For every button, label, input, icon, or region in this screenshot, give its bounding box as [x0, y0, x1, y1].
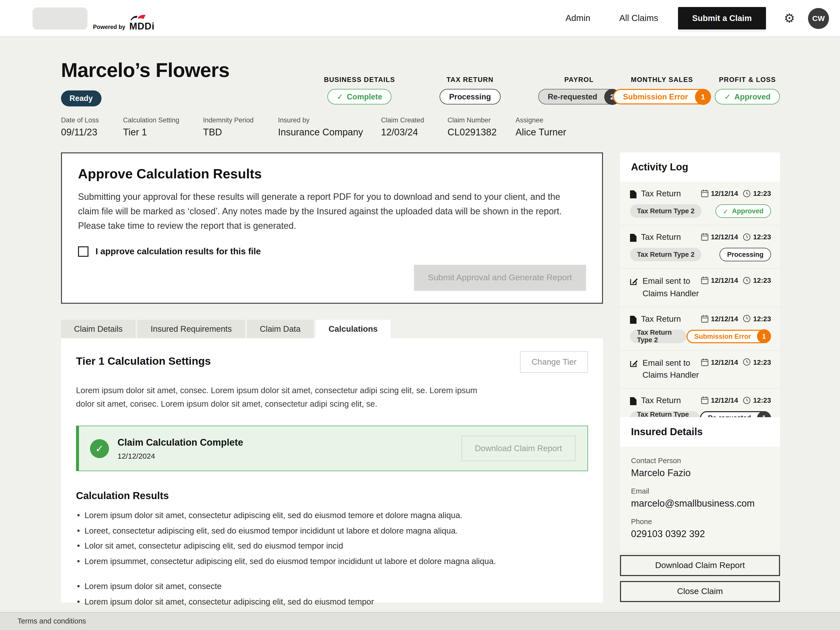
check-icon: ✓	[724, 92, 731, 101]
approve-results-card: Approve Calculation Results Submitting y…	[61, 153, 603, 304]
email-label: Email	[631, 487, 769, 495]
powered-by-brand: Powered by MDDi	[93, 14, 155, 31]
contact-person-label: Contact Person	[631, 457, 769, 465]
download-claim-report-button-banner[interactable]: Download Claim Report	[461, 436, 576, 461]
log-datetime: 12/12/14 12:23	[701, 396, 771, 404]
count-badge: 1	[695, 89, 711, 105]
status-badge-approved: ✓Approved	[715, 89, 780, 104]
change-tier-button[interactable]: Change Tier	[520, 351, 588, 373]
download-claim-report-button[interactable]: Download Claim Report	[620, 555, 780, 576]
success-check-icon: ✓	[90, 439, 109, 458]
clock-icon	[743, 315, 750, 322]
submit-approval-button[interactable]: Submit Approval and Generate Report	[414, 265, 586, 291]
user-avatar[interactable]: CW	[808, 8, 829, 29]
calculation-results-list-1: Lorem ipsum dolor sit amet, consectetur …	[76, 510, 588, 567]
status-profit-loss: PROFIT & LOSS ✓Approved	[715, 76, 780, 104]
insured-details-title: Insured Details	[620, 417, 780, 447]
document-icon	[630, 191, 636, 198]
document-icon	[630, 397, 636, 405]
meta-date-of-loss: Date of Loss 09/11/23	[61, 117, 123, 138]
meta-claim-number: Claim Number CL0291382	[447, 117, 515, 138]
contact-person-value: Marcelo Fazio	[631, 468, 769, 479]
edit-icon	[630, 277, 638, 285]
banner-date: 12/12/2024	[117, 452, 243, 460]
log-status-approved: ✓Approved	[715, 204, 771, 218]
header-nav: Admin All Claims Submit a Claim ⚙ CW	[565, 0, 829, 36]
approve-checkbox[interactable]	[78, 247, 88, 257]
approve-checkbox-row: I approve calculation results for this f…	[78, 247, 586, 257]
meta-assignee: Assignee Alice Turner	[515, 117, 566, 138]
claim-meta-row: Date of Loss 09/11/23 Calculation Settin…	[61, 117, 566, 138]
calendar-icon	[701, 315, 708, 323]
status-label: PAYROL	[538, 76, 620, 83]
banner-text: Claim Calculation Complete 12/12/2024	[117, 437, 243, 460]
tab-claim-data[interactable]: Claim Data	[247, 320, 314, 338]
meta-calculation-setting: Calculation Setting Tier 1	[123, 117, 203, 138]
tier-settings-description: Lorem ipsum dolor sit amet, consec. Lore…	[76, 384, 496, 411]
tab-insured-requirements[interactable]: Insured Requirements	[137, 320, 245, 338]
tier-settings-header: Tier 1 Calculation Settings Change Tier	[76, 355, 588, 373]
status-badge-complete: ✓Complete	[327, 89, 392, 104]
powered-by-label: Powered by	[93, 24, 125, 31]
status-label: BUSINESS DETAILS	[324, 76, 395, 83]
activity-log-panel: Activity Log Tax Return 12/12/14 12:23 T…	[620, 153, 780, 437]
status-tax-return: TAX RETURN Processing	[439, 76, 500, 104]
approve-card-body: Submitting your approval for these resul…	[78, 190, 583, 233]
approve-card-title: Approve Calculation Results	[78, 166, 586, 182]
terms-link[interactable]: Terms and conditions	[0, 613, 840, 630]
ready-status-badge: Ready	[61, 90, 101, 106]
clock-icon	[743, 397, 750, 404]
mddi-swoosh-icon	[129, 14, 146, 21]
clock-icon	[743, 277, 750, 284]
top-header: Powered by MDDi Admin All Claims Submit …	[0, 0, 840, 37]
calendar-icon	[701, 233, 708, 241]
log-datetime: 12/12/14 12:23	[701, 189, 771, 197]
nav-all-claims[interactable]: All Claims	[619, 13, 658, 24]
nav-admin[interactable]: Admin	[565, 13, 590, 24]
meta-insured-by: Insured by Insurance Company	[278, 117, 381, 138]
status-business-details: BUSINESS DETAILS ✓Complete	[324, 76, 395, 104]
calculation-complete-banner: ✓ Claim Calculation Complete 12/12/2024 …	[76, 426, 588, 471]
document-type-pill: Tax Return Type 2	[630, 248, 701, 261]
insured-details-panel: Insured Details Contact Person Marcelo F…	[620, 417, 780, 551]
submit-claim-button[interactable]: Submit a Claim	[678, 7, 766, 30]
log-datetime: 12/12/14 12:23	[701, 232, 771, 241]
calculations-panel: Tier 1 Calculation Settings Change Tier …	[61, 338, 603, 603]
phone-label: Phone	[631, 518, 769, 526]
status-label: TAX RETURN	[439, 76, 500, 83]
claim-title: Marcelo’s Flowers	[61, 59, 229, 82]
claim-tabs: Claim Details Insured Requirements Claim…	[61, 320, 391, 338]
check-icon: ✓	[337, 92, 343, 101]
document-type-pill: Tax Return Type 2	[630, 204, 701, 218]
document-type-pill: Tax Return Type 2	[630, 329, 686, 343]
settings-gear-icon[interactable]: ⚙	[784, 11, 795, 25]
calendar-icon	[701, 358, 708, 366]
tab-claim-details[interactable]: Claim Details	[61, 320, 136, 338]
insured-details-body: Contact Person Marcelo Fazio Email marce…	[620, 447, 780, 551]
log-item-tax-return-approved: Tax Return 12/12/14 12:23 Tax Return Typ…	[620, 182, 780, 225]
clock-icon	[743, 358, 750, 366]
result-item: Lolor sit amet, consectetur adipiscing e…	[76, 540, 588, 552]
calendar-icon	[701, 189, 708, 197]
calendar-icon	[701, 276, 708, 284]
meta-indemnity-period: Indemnity Period TBD	[203, 117, 278, 138]
log-status-submission-error: Submission Error1	[686, 329, 771, 343]
check-icon: ✓	[723, 207, 728, 215]
document-icon	[630, 315, 636, 323]
phone-value: 029103 0392 392	[631, 529, 769, 540]
tab-calculations[interactable]: Calculations	[316, 320, 390, 338]
banner-title: Claim Calculation Complete	[117, 437, 243, 448]
close-claim-button[interactable]: Close Claim	[620, 581, 780, 602]
calendar-icon	[701, 396, 708, 404]
page-footer: Terms and conditions	[0, 612, 840, 630]
status-payrol: PAYROL Re-requested2	[538, 76, 620, 104]
log-item-tax-return-processing: Tax Return 12/12/14 12:23 Tax Return Typ…	[620, 225, 780, 269]
log-datetime: 12/12/14 12:23	[701, 358, 771, 366]
result-item: Lorem ipsum dolor sit amet, consecte	[76, 581, 588, 592]
document-icon	[630, 234, 636, 242]
result-item: Lorem ipsum dolor sit amet, consectetur …	[76, 510, 588, 521]
meta-claim-created: Claim Created 12/03/24	[381, 117, 447, 138]
clock-icon	[743, 233, 750, 241]
result-item: Loreet, consectetur adipiscing elit, sed…	[76, 525, 588, 537]
activity-log-items: Tax Return 12/12/14 12:23 Tax Return Typ…	[620, 182, 780, 437]
